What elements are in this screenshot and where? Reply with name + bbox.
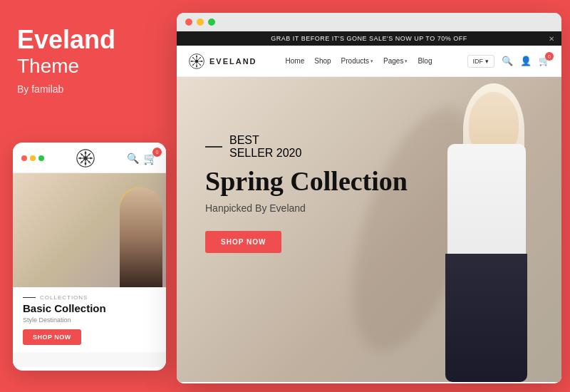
hero-background: BEST SELLER 2020 Spring Collection Hanpi… (177, 77, 561, 382)
mobile-cart-count: 0 (152, 148, 162, 157)
desktop-cart-count: 0 (545, 52, 554, 61)
svg-point-6 (81, 154, 83, 155)
lang-chevron-icon: ▾ (485, 58, 489, 65)
desktop-hero: BEST SELLER 2020 Spring Collection Hanpi… (177, 77, 561, 382)
mobile-window-controls (21, 155, 44, 161)
svg-point-19 (193, 63, 195, 65)
desktop-search-button[interactable]: 🔍 (502, 56, 513, 66)
mobile-divider (23, 297, 36, 299)
mobile-search-icon[interactable]: 🔍 (127, 153, 139, 164)
desktop-browser-content: GRAB IT BEFORE IT'S GONE SALE'S NOW UP T… (177, 31, 561, 383)
svg-point-8 (88, 154, 90, 155)
hero-best-seller-label: BEST SELLER 2020 (205, 134, 408, 160)
svg-point-18 (200, 57, 201, 58)
svg-point-7 (88, 161, 90, 163)
desktop-dot-yellow (197, 19, 204, 26)
desktop-logo-text: EVELAND (209, 57, 257, 66)
svg-point-15 (201, 61, 202, 62)
mobile-dot-green (38, 155, 44, 161)
mobile-dot-red (21, 155, 27, 161)
hero-shop-now-button[interactable]: SHOP NOW (205, 231, 281, 253)
desktop-nav-links: Home Shop Products ▾ Pages ▾ Blog (286, 57, 432, 65)
mobile-person-silhouette (120, 187, 162, 287)
mobile-hero-image (13, 173, 166, 287)
desktop-logo[interactable]: EVELAND (188, 53, 257, 70)
nav-link-blog[interactable]: Blog (418, 57, 432, 65)
nav-link-home[interactable]: Home (286, 57, 305, 65)
desktop-logo-icon (188, 53, 205, 70)
mobile-title-bar: 🔍 🛒 0 (13, 143, 166, 173)
nav-link-products[interactable]: Products ▾ (341, 57, 373, 65)
desktop-nav: EVELAND Home Shop Products ▾ Pages ▾ (177, 46, 561, 77)
desktop-notif-bar: GRAB IT BEFORE IT'S GONE SALE'S NOW UP T… (177, 31, 561, 46)
svg-point-5 (90, 158, 92, 160)
mobile-mockup: 🔍 🛒 0 COLLECTIONS Basic Collection (13, 143, 166, 371)
pages-chevron-icon: ▾ (405, 58, 408, 64)
svg-point-2 (85, 152, 87, 154)
mobile-logo-icon (76, 148, 95, 168)
hero-best-label-text: BEST SELLER 2020 (229, 134, 301, 160)
mobile-collection-subtitle: Style Destination (23, 316, 156, 324)
svg-point-12 (196, 56, 197, 57)
notif-bar-text: GRAB IT BEFORE IT'S GONE SALE'S NOW UP T… (271, 35, 467, 42)
svg-point-17 (200, 63, 201, 65)
brand-author: By familab (17, 83, 154, 95)
mobile-nav-icons: 🔍 🛒 0 (127, 152, 157, 165)
nav-link-shop[interactable]: Shop (314, 57, 331, 65)
desktop-mockup: GRAB IT BEFORE IT'S GONE SALE'S NOW UP T… (177, 13, 561, 383)
mobile-collection-label: COLLECTIONS (23, 294, 156, 301)
hero-title: Spring Collection (205, 167, 408, 197)
products-chevron-icon: ▾ (370, 58, 373, 64)
desktop-nav-right: IDF ▾ 🔍 👤 🛒 0 (467, 55, 551, 68)
svg-point-13 (196, 65, 197, 66)
mobile-logo (76, 148, 95, 168)
left-panel: Eveland Theme By familab (0, 0, 171, 392)
svg-point-9 (81, 161, 83, 163)
hero-line-divider (205, 146, 222, 148)
desktop-cart-button[interactable]: 🛒 0 (539, 56, 550, 66)
svg-point-16 (193, 57, 195, 58)
desktop-title-bar (177, 13, 561, 31)
nav-link-pages[interactable]: Pages ▾ (383, 57, 408, 65)
hero-subtitle: Hanpicked By Eveland (205, 202, 408, 214)
woman-pants (445, 254, 527, 382)
mobile-collection-title: Basic Collection (23, 302, 156, 315)
mobile-dot-yellow (30, 155, 36, 161)
mobile-cart[interactable]: 🛒 0 (143, 152, 157, 165)
desktop-dot-green (208, 19, 215, 26)
mobile-collection-section: COLLECTIONS Basic Collection Style Desti… (13, 287, 166, 352)
desktop-dot-red (185, 19, 192, 26)
notif-close-button[interactable]: ✕ (549, 35, 555, 43)
svg-point-4 (79, 158, 81, 160)
mobile-content: COLLECTIONS Basic Collection Style Desti… (13, 173, 166, 367)
svg-point-14 (191, 61, 192, 62)
brand-name: Eveland Theme (17, 26, 154, 78)
hero-text-area: BEST SELLER 2020 Spring Collection Hanpi… (205, 134, 408, 253)
svg-point-3 (85, 163, 87, 165)
svg-point-1 (83, 156, 88, 160)
svg-point-11 (195, 60, 198, 63)
mobile-shop-now-button[interactable]: SHOP NOW (23, 329, 81, 345)
language-selector[interactable]: IDF ▾ (467, 55, 495, 68)
desktop-account-button[interactable]: 👤 (520, 56, 532, 66)
